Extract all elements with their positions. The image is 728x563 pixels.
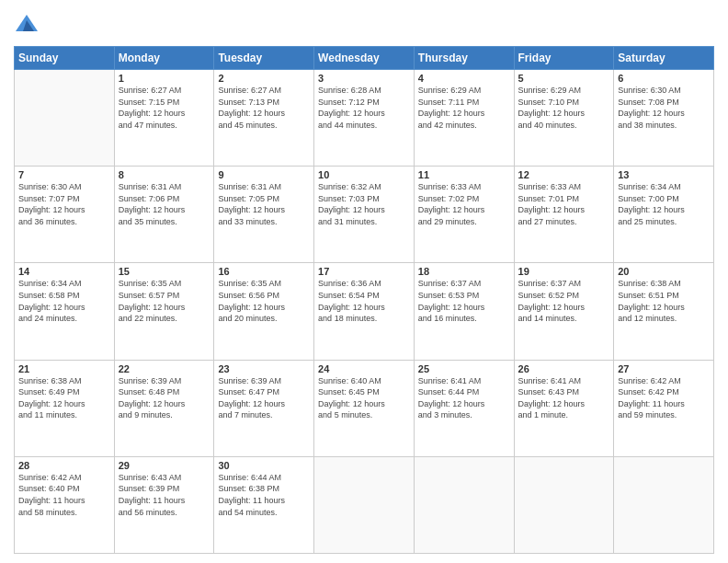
day-number: 10 (318, 169, 410, 180)
calendar-day-7: 7Sunrise: 6:30 AM Sunset: 7:07 PM Daylig… (15, 167, 115, 263)
calendar-week-row: 28Sunrise: 6:42 AM Sunset: 6:40 PM Dayli… (15, 456, 714, 553)
day-info: Sunrise: 6:30 AM Sunset: 7:08 PM Dayligh… (618, 85, 710, 131)
day-number: 16 (218, 266, 310, 277)
logo-icon (14, 13, 40, 39)
calendar-header-row: SundayMondayTuesdayWednesdayThursdayFrid… (15, 47, 714, 70)
calendar-day-24: 24Sunrise: 6:40 AM Sunset: 6:45 PM Dayli… (314, 360, 415, 456)
day-number: 13 (618, 169, 710, 180)
day-info: Sunrise: 6:42 AM Sunset: 6:40 PM Dayligh… (18, 472, 110, 518)
calendar-day-16: 16Sunrise: 6:35 AM Sunset: 6:56 PM Dayli… (214, 263, 314, 360)
day-number: 20 (618, 266, 710, 277)
day-info: Sunrise: 6:27 AM Sunset: 7:15 PM Dayligh… (119, 85, 210, 131)
day-info: Sunrise: 6:43 AM Sunset: 6:39 PM Dayligh… (119, 472, 210, 518)
day-number: 4 (418, 73, 510, 84)
day-info: Sunrise: 6:38 AM Sunset: 6:51 PM Dayligh… (618, 278, 710, 324)
page: SundayMondayTuesdayWednesdayThursdayFrid… (0, 0, 728, 563)
day-info: Sunrise: 6:32 AM Sunset: 7:03 PM Dayligh… (318, 181, 410, 227)
calendar-day-8: 8Sunrise: 6:31 AM Sunset: 7:06 PM Daylig… (114, 167, 214, 263)
calendar-day-9: 9Sunrise: 6:31 AM Sunset: 7:05 PM Daylig… (214, 167, 314, 263)
day-info: Sunrise: 6:27 AM Sunset: 7:13 PM Dayligh… (218, 85, 310, 131)
day-info: Sunrise: 6:44 AM Sunset: 6:38 PM Dayligh… (218, 472, 310, 518)
day-info: Sunrise: 6:29 AM Sunset: 7:11 PM Dayligh… (418, 85, 510, 131)
calendar-day-29: 29Sunrise: 6:43 AM Sunset: 6:39 PM Dayli… (114, 456, 214, 553)
weekday-header-wednesday: Wednesday (314, 47, 415, 70)
day-number: 24 (318, 363, 410, 374)
day-number: 15 (119, 266, 210, 277)
day-info: Sunrise: 6:41 AM Sunset: 6:44 PM Dayligh… (418, 375, 510, 421)
day-number: 22 (119, 363, 210, 374)
calendar-day-10: 10Sunrise: 6:32 AM Sunset: 7:03 PM Dayli… (314, 167, 415, 263)
calendar-day-11: 11Sunrise: 6:33 AM Sunset: 7:02 PM Dayli… (414, 167, 514, 263)
calendar-day-25: 25Sunrise: 6:41 AM Sunset: 6:44 PM Dayli… (414, 360, 514, 456)
calendar-day-1: 1Sunrise: 6:27 AM Sunset: 7:15 PM Daylig… (114, 70, 214, 167)
calendar-day-6: 6Sunrise: 6:30 AM Sunset: 7:08 PM Daylig… (614, 70, 714, 167)
calendar-day-27: 27Sunrise: 6:42 AM Sunset: 6:42 PM Dayli… (614, 360, 714, 456)
calendar-day-5: 5Sunrise: 6:29 AM Sunset: 7:10 PM Daylig… (514, 70, 614, 167)
calendar-week-row: 1Sunrise: 6:27 AM Sunset: 7:15 PM Daylig… (15, 70, 714, 167)
day-number: 14 (18, 266, 110, 277)
calendar-day-2: 2Sunrise: 6:27 AM Sunset: 7:13 PM Daylig… (214, 70, 314, 167)
day-number: 3 (318, 73, 410, 84)
calendar-day-15: 15Sunrise: 6:35 AM Sunset: 6:57 PM Dayli… (114, 263, 214, 360)
day-info: Sunrise: 6:42 AM Sunset: 6:42 PM Dayligh… (618, 375, 710, 421)
empty-cell (614, 456, 714, 553)
day-number: 12 (518, 169, 610, 180)
day-number: 5 (518, 73, 610, 84)
day-info: Sunrise: 6:39 AM Sunset: 6:48 PM Dayligh… (119, 375, 210, 421)
weekday-header-saturday: Saturday (614, 47, 714, 70)
day-number: 1 (119, 73, 210, 84)
empty-cell (314, 456, 415, 553)
calendar-day-26: 26Sunrise: 6:41 AM Sunset: 6:43 PM Dayli… (514, 360, 614, 456)
day-info: Sunrise: 6:31 AM Sunset: 7:06 PM Dayligh… (119, 181, 210, 227)
calendar-day-18: 18Sunrise: 6:37 AM Sunset: 6:53 PM Dayli… (414, 263, 514, 360)
weekday-header-friday: Friday (514, 47, 614, 70)
calendar-day-20: 20Sunrise: 6:38 AM Sunset: 6:51 PM Dayli… (614, 263, 714, 360)
day-number: 9 (218, 169, 310, 180)
day-info: Sunrise: 6:35 AM Sunset: 6:56 PM Dayligh… (218, 278, 310, 324)
calendar-week-row: 14Sunrise: 6:34 AM Sunset: 6:58 PM Dayli… (15, 263, 714, 360)
calendar-day-23: 23Sunrise: 6:39 AM Sunset: 6:47 PM Dayli… (214, 360, 314, 456)
calendar-day-19: 19Sunrise: 6:37 AM Sunset: 6:52 PM Dayli… (514, 263, 614, 360)
day-info: Sunrise: 6:41 AM Sunset: 6:43 PM Dayligh… (518, 375, 610, 421)
day-number: 7 (18, 169, 110, 180)
day-number: 26 (518, 363, 610, 374)
day-info: Sunrise: 6:33 AM Sunset: 7:01 PM Dayligh… (518, 181, 610, 227)
calendar-day-14: 14Sunrise: 6:34 AM Sunset: 6:58 PM Dayli… (15, 263, 115, 360)
day-info: Sunrise: 6:29 AM Sunset: 7:10 PM Dayligh… (518, 85, 610, 131)
calendar-week-row: 7Sunrise: 6:30 AM Sunset: 7:07 PM Daylig… (15, 167, 714, 263)
day-number: 30 (218, 460, 310, 471)
day-number: 8 (119, 169, 210, 180)
day-info: Sunrise: 6:37 AM Sunset: 6:52 PM Dayligh… (518, 278, 610, 324)
day-number: 2 (218, 73, 310, 84)
day-info: Sunrise: 6:28 AM Sunset: 7:12 PM Dayligh… (318, 85, 410, 131)
empty-cell (514, 456, 614, 553)
day-info: Sunrise: 6:33 AM Sunset: 7:02 PM Dayligh… (418, 181, 510, 227)
day-info: Sunrise: 6:35 AM Sunset: 6:57 PM Dayligh… (119, 278, 210, 324)
day-number: 25 (418, 363, 510, 374)
calendar-day-17: 17Sunrise: 6:36 AM Sunset: 6:54 PM Dayli… (314, 263, 415, 360)
weekday-header-tuesday: Tuesday (214, 47, 314, 70)
day-info: Sunrise: 6:38 AM Sunset: 6:49 PM Dayligh… (18, 375, 110, 421)
day-number: 27 (618, 363, 710, 374)
calendar-day-30: 30Sunrise: 6:44 AM Sunset: 6:38 PM Dayli… (214, 456, 314, 553)
weekday-header-thursday: Thursday (414, 47, 514, 70)
calendar-day-12: 12Sunrise: 6:33 AM Sunset: 7:01 PM Dayli… (514, 167, 614, 263)
day-number: 21 (18, 363, 110, 374)
day-info: Sunrise: 6:34 AM Sunset: 7:00 PM Dayligh… (618, 181, 710, 227)
day-number: 19 (518, 266, 610, 277)
day-info: Sunrise: 6:37 AM Sunset: 6:53 PM Dayligh… (418, 278, 510, 324)
day-info: Sunrise: 6:30 AM Sunset: 7:07 PM Dayligh… (18, 181, 110, 227)
calendar-table: SundayMondayTuesdayWednesdayThursdayFrid… (14, 46, 714, 554)
empty-cell (414, 456, 514, 553)
weekday-header-monday: Monday (114, 47, 214, 70)
calendar-day-28: 28Sunrise: 6:42 AM Sunset: 6:40 PM Dayli… (15, 456, 115, 553)
day-info: Sunrise: 6:34 AM Sunset: 6:58 PM Dayligh… (18, 278, 110, 324)
calendar-day-3: 3Sunrise: 6:28 AM Sunset: 7:12 PM Daylig… (314, 70, 415, 167)
weekday-header-sunday: Sunday (15, 47, 115, 70)
calendar-day-4: 4Sunrise: 6:29 AM Sunset: 7:11 PM Daylig… (414, 70, 514, 167)
day-info: Sunrise: 6:31 AM Sunset: 7:05 PM Dayligh… (218, 181, 310, 227)
day-info: Sunrise: 6:36 AM Sunset: 6:54 PM Dayligh… (318, 278, 410, 324)
empty-cell (15, 70, 115, 167)
day-number: 29 (119, 460, 210, 471)
day-number: 6 (618, 73, 710, 84)
